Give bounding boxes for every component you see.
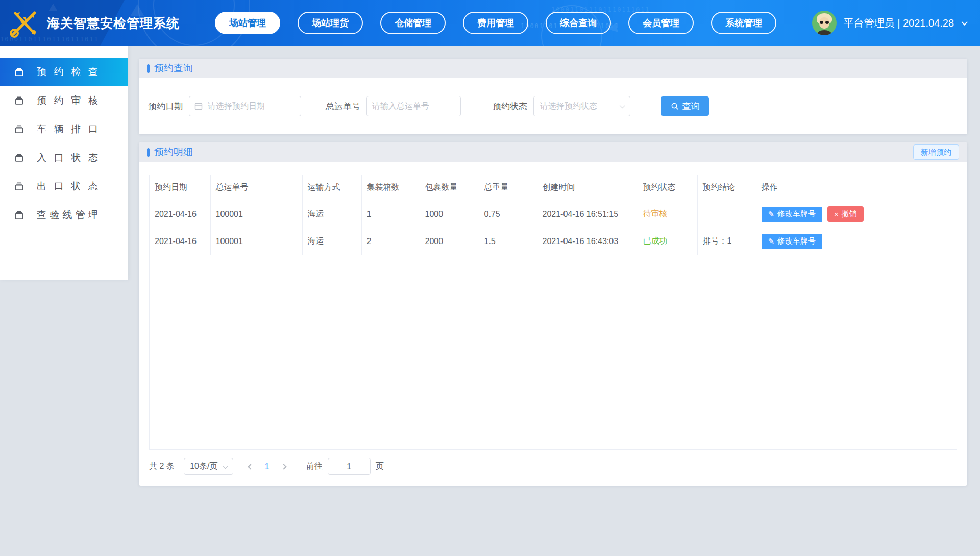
query-panel-header: 预约查询: [139, 59, 967, 78]
table-cell-transport: 海运: [302, 228, 361, 255]
sidebar: 预约检查预约审核车辆排口入口状态出口状态查验线管理: [0, 46, 128, 280]
query-panel-title: 预约查询: [154, 62, 193, 75]
table-cell-packages: 1000: [420, 201, 479, 228]
user-name-date: 平台管理员 | 2021.04.28: [844, 16, 954, 30]
edit-plate-button[interactable]: ✎修改车牌号: [762, 234, 823, 249]
sidebar-item-3[interactable]: 车辆排口: [0, 115, 128, 143]
table-cell-containers: 2: [361, 228, 420, 255]
chevron-down-icon: [961, 19, 968, 26]
table-cell-packages: 2000: [420, 228, 479, 255]
next-page-button[interactable]: [276, 465, 292, 469]
nav-item-7[interactable]: 系统管理: [711, 12, 776, 34]
actions-cell: ✎修改车牌号: [756, 228, 957, 255]
close-icon: ×: [834, 210, 839, 219]
box-icon: [14, 210, 31, 221]
sidebar-item-label: 预约检查: [37, 65, 98, 79]
prev-page-button[interactable]: [242, 465, 259, 469]
table-header-cell: 操作: [756, 175, 957, 201]
table-cell-weight: 1.5: [479, 228, 537, 255]
conclusion-cell: 排号：1: [697, 228, 756, 255]
detail-panel-title: 预约明细: [154, 146, 193, 159]
table-header-cell: 运输方式: [302, 175, 361, 201]
sidebar-item-6[interactable]: 查验线管理: [0, 201, 128, 229]
chevron-down-icon: [620, 103, 625, 108]
sidebar-item-5[interactable]: 出口状态: [0, 172, 128, 201]
sidebar-item-label: 预约审核: [37, 94, 98, 107]
search-icon: [671, 102, 679, 110]
header-decor-triangle: [49, 4, 58, 11]
table-header-row: 预约日期总运单号运输方式集装箱数包裹数量总重量创建时间预约状态预约结论操作: [150, 175, 957, 201]
user-avatar: [812, 11, 837, 35]
box-icon: [14, 153, 31, 163]
table-header-cell: 创建时间: [537, 175, 638, 201]
sidebar-item-label: 查验线管理: [37, 208, 98, 222]
main-content: 预约查询 预约日期 总运单号 预约状态 请选择预约状态: [139, 46, 967, 486]
date-label: 预约日期: [148, 101, 183, 112]
table-cell-date: 2021-04-16: [150, 201, 210, 228]
table-cell-containers: 1: [361, 201, 420, 228]
table-header-cell: 集装箱数: [361, 175, 420, 201]
cancel-button[interactable]: ×撤销: [827, 206, 864, 222]
box-icon: [14, 181, 31, 192]
status-select-placeholder: 请选择预约状态: [540, 101, 597, 112]
date-input[interactable]: [203, 96, 301, 116]
chevron-down-icon: [223, 463, 228, 468]
sidebar-item-1[interactable]: 预约检查: [0, 58, 128, 86]
actions-cell: ✎修改车牌号×撤销: [756, 201, 957, 228]
table-header-cell: 预约结论: [697, 175, 756, 201]
table-cell-created: 2021-04-16 16:43:03: [537, 228, 638, 255]
calendar-icon: [194, 102, 203, 110]
sidebar-item-4[interactable]: 入口状态: [0, 143, 128, 172]
sidebar-item-2[interactable]: 预约审核: [0, 86, 128, 115]
current-page[interactable]: 1: [259, 462, 276, 471]
sidebar-item-label: 入口状态: [37, 151, 98, 164]
status-select[interactable]: 请选择预约状态: [533, 96, 630, 116]
reservations-table-wrap: 预约日期总运单号运输方式集装箱数包裹数量总重量创建时间预约状态预约结论操作 20…: [149, 175, 957, 450]
conclusion-cell: [697, 201, 756, 228]
query-panel: 预约查询 预约日期 总运单号 预约状态 请选择预约状态: [139, 59, 967, 134]
chevron-left-icon: [248, 464, 253, 469]
table-header-cell: 包裹数量: [420, 175, 479, 201]
waybill-input[interactable]: [367, 96, 460, 116]
top-header: 100011011101110111011 100011011101110111…: [0, 0, 980, 46]
box-icon: [14, 95, 31, 106]
status-label: 预约状态: [493, 101, 527, 112]
nav-item-5[interactable]: 综合查询: [546, 12, 611, 34]
pagination: 共 2 条 10条/页 1 前往 页: [149, 458, 957, 475]
table-row: 2021-04-16100001海运110000.752021-04-16 16…: [150, 201, 957, 228]
title-accent-bar: [147, 64, 150, 73]
table-cell-created: 2021-04-16 16:51:15: [537, 201, 638, 228]
status-cell: 已成功: [638, 228, 697, 255]
user-menu[interactable]: 平台管理员 | 2021.04.28: [812, 11, 966, 35]
table-cell-waybill: 100001: [210, 201, 302, 228]
nav-item-2[interactable]: 场站理货: [298, 12, 363, 34]
table-cell-waybill: 100001: [210, 228, 302, 255]
page-size-select[interactable]: 10条/页: [184, 458, 233, 475]
sidebar-item-label: 车辆排口: [37, 123, 98, 136]
main-nav: 场站管理场站理货仓储管理费用管理综合查询会员管理系统管理: [215, 12, 776, 34]
nav-item-3[interactable]: 仓储管理: [380, 12, 446, 34]
box-icon: [14, 67, 31, 78]
search-button[interactable]: 查询: [661, 96, 709, 116]
status-cell: 待审核: [638, 201, 697, 228]
detail-panel: 预约明细 新增预约 预约日期总运单号运输方式集装箱数包裹数量总重量创建时间预约状…: [139, 142, 967, 486]
page-unit-label: 页: [376, 461, 384, 472]
table-header-cell: 总重量: [479, 175, 537, 201]
nav-item-4[interactable]: 费用管理: [463, 12, 528, 34]
detail-panel-header: 预约明细 新增预约: [139, 142, 967, 162]
table-cell-transport: 海运: [302, 201, 361, 228]
title-accent-bar: [147, 148, 150, 157]
edit-plate-button[interactable]: ✎修改车牌号: [762, 207, 823, 222]
nav-item-1[interactable]: 场站管理: [215, 12, 280, 34]
table-header-cell: 预约状态: [638, 175, 697, 201]
customs-logo-icon: [8, 7, 41, 39]
table-cell-weight: 0.75: [479, 201, 537, 228]
nav-item-6[interactable]: 会员管理: [628, 12, 694, 34]
add-reservation-button[interactable]: 新增预约: [913, 144, 959, 160]
chevron-right-icon: [281, 464, 286, 469]
table-row: 2021-04-16100001海运220001.52021-04-16 16:…: [150, 228, 957, 255]
query-form: 预约日期 总运单号 预约状态 请选择预约状态: [139, 78, 967, 134]
goto-page-input[interactable]: [328, 458, 371, 475]
table-header-cell: 总运单号: [210, 175, 302, 201]
edit-icon: ✎: [768, 210, 775, 219]
